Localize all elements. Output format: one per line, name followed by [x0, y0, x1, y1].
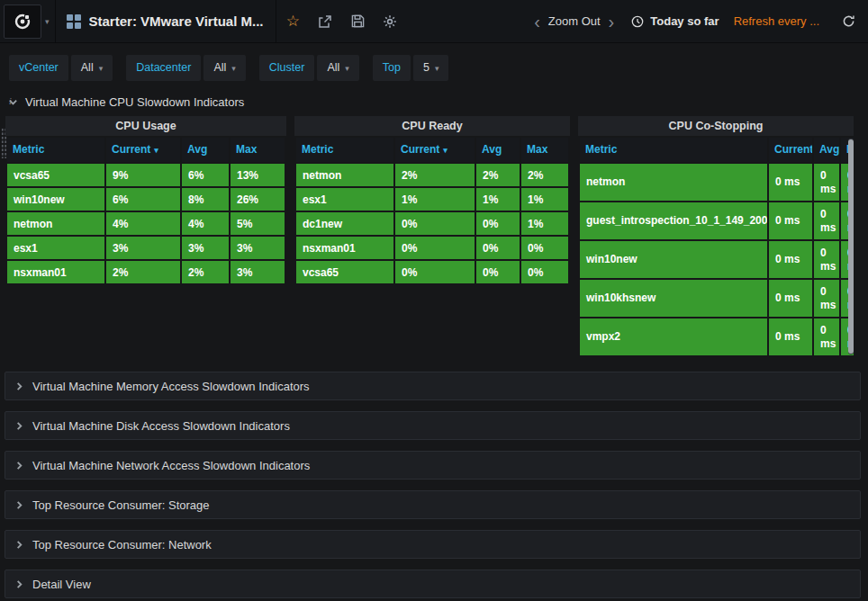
variable-top: Top 5▾	[373, 55, 449, 81]
cpu-costopping-table: MetricCurrent▾AvgMax netmon0 ms0 ms0 msg…	[578, 136, 854, 357]
row-title: Virtual Machine Disk Access Slowdown Ind…	[32, 419, 290, 433]
row-toggle-memory-indicators[interactable]: Virtual Machine Memory Access Slowdown I…	[5, 372, 861, 400]
value-cell: 0%	[476, 261, 520, 283]
refresh-button[interactable]	[839, 0, 857, 43]
row-toggle-consumer-network[interactable]: Top Resource Consumer: Network	[5, 530, 861, 559]
dashboard-grid-icon	[67, 14, 81, 29]
value-cell: 2%	[106, 261, 180, 283]
value-cell: 9%	[106, 164, 180, 186]
value-cell: 26%	[231, 188, 285, 211]
column-header-max[interactable]: Max	[231, 138, 285, 162]
row-title: Top Resource Consumer: Storage	[32, 498, 210, 512]
column-header-current[interactable]: Current▾	[106, 138, 180, 162]
dashboard-title-button[interactable]: Starter: VMware Virtual M...	[56, 0, 276, 43]
star-dashboard-button[interactable]: ☆	[276, 0, 309, 43]
table-row: netmon0 ms0 ms0 ms	[580, 164, 854, 201]
variable-datacenter: Datacenter All▾	[126, 55, 246, 81]
table-row: nsxman010%0%0%	[296, 237, 568, 259]
panel-cpu-costopping: CPU Co-Stopping MetricCurrent▾AvgMax net…	[578, 116, 854, 357]
panel-title[interactable]: CPU Usage	[5, 116, 286, 136]
column-header-max[interactable]: Max	[521, 138, 568, 162]
variable-value-dropdown[interactable]: All▾	[71, 55, 113, 81]
table-row: vcsa659%6%13%	[7, 164, 285, 186]
value-cell: 4%	[182, 212, 229, 235]
refresh-interval-picker[interactable]: Refresh every ...	[734, 14, 819, 28]
value-cell: 0%	[521, 237, 568, 259]
column-header-avg[interactable]: Avg	[814, 138, 839, 162]
variable-vcenter: vCenter All▾	[9, 55, 113, 81]
table-row: win10khsnew0 ms0 ms0 ms	[580, 280, 854, 317]
column-header-avg[interactable]: Avg	[476, 138, 520, 162]
chevron-right-icon	[14, 540, 24, 550]
value-cell: 2%	[182, 261, 229, 283]
column-header-metric[interactable]: Metric	[296, 138, 393, 162]
panel-info-corner-icon[interactable]: i	[9, 96, 12, 106]
value-cell: 0%	[395, 212, 475, 235]
value-cell: 0%	[521, 261, 568, 283]
refresh-icon	[842, 14, 855, 28]
row-toggle-cpu-indicators[interactable]: Virtual Machine CPU Slowdown Indicators	[8, 95, 868, 109]
row-toggle-consumer-storage[interactable]: Top Resource Consumer: Storage	[5, 490, 861, 519]
caret-down-icon: ▾	[99, 64, 104, 73]
logo-caret-down-icon[interactable]: ▾	[45, 17, 50, 26]
save-icon	[351, 14, 365, 28]
settings-button[interactable]	[374, 0, 406, 43]
value-cell: 6%	[106, 188, 180, 211]
time-range-picker[interactable]: Today so far	[631, 14, 719, 28]
table-row: netmon2%2%2%	[296, 164, 568, 186]
metric-cell: vcsa65	[296, 261, 393, 283]
variable-value-dropdown[interactable]: All▾	[203, 55, 245, 81]
column-header-metric[interactable]: Metric	[580, 138, 767, 162]
shift-left-button[interactable]: ‹	[529, 13, 545, 31]
value-cell: 1%	[395, 188, 475, 211]
metric-cell: netmon	[296, 164, 393, 186]
column-header-metric[interactable]: Metric	[7, 138, 104, 162]
value-cell: 13%	[231, 164, 285, 186]
row-title: Virtual Machine Memory Access Slowdown I…	[32, 380, 310, 393]
value-cell: 0 ms	[769, 280, 812, 317]
value-cell: 2%	[395, 164, 475, 186]
row-toggle-disk-indicators[interactable]: Virtual Machine Disk Access Slowdown Ind…	[5, 411, 861, 440]
value-cell: 4%	[106, 212, 180, 235]
table-row: esx11%1%1%	[296, 188, 568, 211]
column-header-current[interactable]: Current▾	[395, 138, 475, 162]
row-title: Virtual Machine Network Access Slowdown …	[32, 459, 310, 472]
variable-value-dropdown[interactable]: 5▾	[413, 55, 448, 81]
panel-cpu-usage: CPU Usage MetricCurrent▾AvgMax vcsa659%6…	[5, 116, 286, 285]
variable-value-dropdown[interactable]: All▾	[317, 55, 358, 81]
grafana-logo-icon	[14, 13, 32, 31]
zoom-out-button[interactable]: Zoom Out	[548, 14, 601, 28]
table-row: dc1new0%0%1%	[296, 212, 568, 235]
clock-icon	[631, 15, 644, 28]
panel-title[interactable]: CPU Ready	[294, 116, 570, 136]
save-dashboard-button[interactable]	[341, 0, 374, 43]
value-cell: 0 ms	[769, 164, 812, 201]
variable-cluster: Cluster All▾	[259, 55, 359, 81]
sort-caret-down-icon: ▾	[443, 146, 448, 155]
value-cell: 1%	[521, 212, 568, 235]
chevron-right-icon	[14, 421, 24, 431]
value-cell: 0 ms	[814, 202, 839, 239]
row-toggle-network-indicators[interactable]: Virtual Machine Network Access Slowdown …	[5, 451, 861, 480]
grafana-logo-button[interactable]	[4, 4, 41, 39]
collapsed-rows-list: Virtual Machine Memory Access Slowdown I…	[5, 372, 861, 598]
panel-title[interactable]: CPU Co-Stopping	[578, 116, 854, 136]
shift-right-button[interactable]: ›	[604, 13, 619, 31]
row-toggle-detail-view[interactable]: Detail View	[5, 570, 861, 598]
star-icon: ☆	[286, 13, 300, 29]
table-row: win10new6%8%26%	[7, 188, 285, 211]
metric-cell: win10khsnew	[580, 280, 767, 317]
value-cell: 0 ms	[769, 202, 812, 239]
column-header-avg[interactable]: Avg	[182, 138, 229, 162]
cpu-usage-table: MetricCurrent▾AvgMax vcsa659%6%13%win10n…	[5, 136, 286, 285]
scrollbar-thumb[interactable]	[848, 139, 854, 354]
table-scrollbar[interactable]	[848, 139, 854, 354]
panel-cpu-ready: CPU Ready i MetricCurrent▾AvgMax netmon2…	[294, 116, 570, 285]
caret-down-icon: ▾	[345, 64, 349, 73]
value-cell: 0 ms	[769, 241, 812, 278]
column-header-current[interactable]: Current▾	[769, 138, 812, 162]
time-range-label: Today so far	[650, 14, 719, 28]
share-dashboard-button[interactable]	[309, 0, 341, 43]
metric-cell: guest_introspection_10_1_149_200_	[580, 202, 767, 239]
table-row: vmpx20 ms0 ms0 ms	[580, 318, 854, 355]
